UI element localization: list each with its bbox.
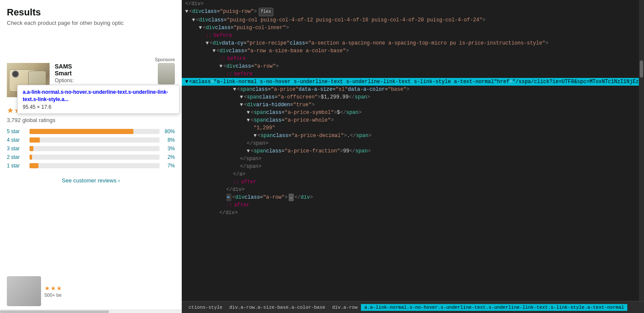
code-line[interactable]: ▼<span class="a-price-decimal">.</span>: [182, 132, 639, 140]
left-scrollbar-thumb[interactable]: [0, 310, 109, 313]
rating-label: 2 star: [7, 154, 26, 160]
code-line[interactable]: ▼<span class="a-price-whole">: [182, 116, 639, 124]
code-line[interactable]: ▼<div class="a-row">: [182, 63, 639, 70]
rating-pct: 8%: [163, 137, 175, 143]
bar-container: [30, 137, 160, 143]
code-line[interactable]: </div>: [182, 209, 639, 217]
product-info: SAMS Smart Options:: [55, 63, 151, 83]
breadcrumb-item[interactable]: a.a-link-normal.s-no-hover.s-underline-t…: [361, 304, 627, 311]
right-scrollbar[interactable]: [639, 0, 644, 301]
breadcrumb-item[interactable]: ctions-style: [185, 304, 226, 311]
sponsored-label: Sponsore: [7, 57, 175, 62]
breadcrumb-item[interactable]: div.a-row: [329, 304, 361, 311]
rating-label: 4 star: [7, 137, 26, 143]
rating-bar-row[interactable]: 5 star 80%: [7, 128, 175, 134]
bar-fill: [30, 155, 32, 160]
right-scrollbar-thumb[interactable]: [640, 60, 643, 78]
code-line[interactable]: ::before: [182, 55, 639, 63]
rating-pct: 80%: [163, 128, 175, 134]
page-title: Results: [7, 7, 175, 18]
devtools-main: </div>▼<div class="puisg-row">flex▼<div …: [182, 0, 644, 301]
bottom-star-1: ★: [44, 285, 50, 292]
code-line[interactable]: ▼<div aria-hidden="true">: [182, 101, 639, 109]
code-line[interactable]: ::before: [182, 32, 639, 39]
code-line[interactable]: </span>: [182, 140, 639, 147]
code-line[interactable]: ▼<a class="a-link-normal s-no-hover s-un…: [182, 78, 639, 86]
bar-fill: [30, 146, 33, 151]
product-options: Options:: [55, 78, 151, 83]
devtools-panel: </div>▼<div class="puisg-row">flex▼<div …: [182, 0, 644, 313]
rating-bars: 5 star 80% 4 star 8% 3 star 3% 2 star 2%…: [7, 128, 175, 169]
bottom-product-image[interactable]: [7, 276, 41, 306]
element-tooltip: a.a-link-normal.s-no-hover.s-underline-t…: [17, 85, 180, 114]
bar-container: [30, 129, 160, 134]
rating-pct: 2%: [163, 154, 175, 160]
bottom-product-info: ★ ★ ★ 500+ be: [44, 285, 62, 298]
bar-container: [30, 155, 160, 160]
bar-fill: [30, 129, 133, 134]
code-line[interactable]: ▶<div class="a-row"> …</div>: [182, 194, 639, 201]
star-1: ★: [7, 106, 14, 115]
rating-pct: 3%: [163, 146, 175, 152]
code-line[interactable]: </div>: [182, 186, 639, 194]
breadcrumb-bar: ctions-stylediv.a-row.a-size-base.a-colo…: [182, 301, 644, 313]
code-line[interactable]: "1,299": [182, 124, 639, 132]
code-line[interactable]: </span>: [182, 155, 639, 163]
left-scrollbar[interactable]: [0, 310, 182, 313]
bottom-rating-count: 500+ be: [44, 292, 62, 298]
rating-bar-row[interactable]: 2 star 2%: [7, 154, 175, 160]
results-subtitle: Check each product page for other buying…: [7, 20, 175, 26]
code-line[interactable]: </div>: [182, 0, 639, 8]
code-area: </div>▼<div class="puisg-row">flex▼<div …: [182, 0, 639, 301]
bar-container: [30, 146, 160, 151]
tooltip-dimensions: 95.45 × 17.6: [23, 104, 174, 110]
tooltip-class-name: a.a-link-normal.s-no-hover.s-underline-t…: [23, 89, 174, 103]
rating-bar-row[interactable]: 3 star 3%: [7, 146, 175, 152]
bar-fill: [30, 137, 40, 143]
bar-fill: [30, 163, 38, 168]
camera-icon: [12, 71, 19, 78]
product-image-2: [158, 63, 175, 84]
bar-container: [30, 163, 160, 168]
rating-label: 1 star: [7, 163, 26, 169]
global-ratings: 3,792 global ratings: [7, 117, 175, 123]
left-panel: Results Check each product page for othe…: [0, 0, 182, 313]
bottom-stars: ★ ★ ★: [44, 285, 62, 292]
rating-label: 3 star: [7, 146, 26, 152]
results-header: Results Check each product page for othe…: [0, 0, 182, 28]
code-line[interactable]: ▼<div class="puisg-row">flex: [182, 8, 639, 16]
bottom-product: ★ ★ ★ 500+ be: [0, 273, 182, 310]
code-line[interactable]: ::after: [182, 201, 639, 209]
code-line[interactable]: ▼<span class="a-price-symbol">$</span>: [182, 109, 639, 116]
product-subtitle: Smart: [55, 70, 151, 77]
code-line[interactable]: ::before: [182, 70, 639, 78]
see-reviews-link[interactable]: See customer reviews ›: [62, 177, 120, 184]
code-line[interactable]: </span>: [182, 163, 639, 170]
rating-bar-row[interactable]: 4 star 8%: [7, 137, 175, 143]
breadcrumb-item[interactable]: div.a-row.a-size-base.a-color-base: [226, 304, 328, 311]
code-line[interactable]: ▼<span class="a-price" data-a-size="xl" …: [182, 86, 639, 93]
bottom-star-2: ★: [50, 285, 56, 292]
code-line[interactable]: ▼<div class="puisg-col-inner">: [182, 24, 639, 32]
product-title: SAMS: [55, 63, 151, 70]
code-line[interactable]: ▼<span class="a-offscreen">$1,299.99</sp…: [182, 93, 639, 101]
code-line[interactable]: ▼<div class="a-row a-size-base a-color-b…: [182, 47, 639, 55]
rating-label: 5 star: [7, 128, 26, 134]
rating-pct: 7%: [163, 163, 175, 169]
code-line[interactable]: ▼<div class="puisg-col puisg-col-4-of-12…: [182, 16, 639, 24]
code-line[interactable]: </a>: [182, 170, 639, 178]
code-line[interactable]: ▼<span class="a-price-fraction">99</span…: [182, 147, 639, 155]
rating-bar-row[interactable]: 1 star 7%: [7, 163, 175, 169]
see-reviews[interactable]: See customer reviews ›: [0, 174, 182, 187]
bottom-star-3: ★: [56, 285, 62, 292]
code-line[interactable]: ▼<div data-cy="price-recipe" class="a-se…: [182, 39, 639, 47]
code-line[interactable]: ::after: [182, 178, 639, 186]
